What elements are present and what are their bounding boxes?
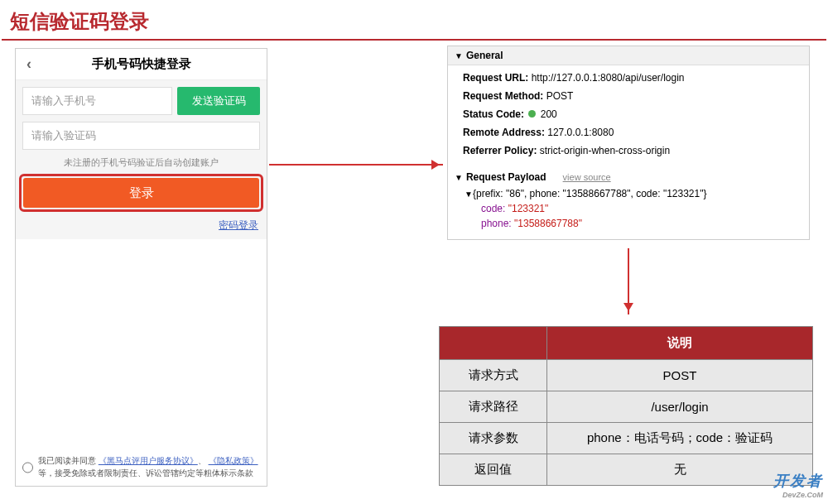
chevron-down-icon[interactable]: ▼	[465, 190, 473, 199]
arrow-to-table	[628, 248, 629, 314]
general-body: Request URL: http://127.0.0.1:8080/api/u…	[448, 65, 809, 166]
login-button[interactable]: 登录	[23, 178, 259, 208]
general-section-header[interactable]: General	[448, 46, 809, 65]
back-icon[interactable]: ‹	[16, 55, 42, 73]
payload-phone-row: phone: "13588667788"	[465, 216, 809, 231]
table-row: 返回值无	[440, 454, 813, 486]
title-underline	[2, 39, 826, 41]
arrow-to-devtools	[269, 164, 443, 166]
table-header-row: 说明	[440, 327, 813, 360]
code-input[interactable]: 请输入验证码	[22, 122, 260, 150]
table-row: 请求参数phone：电话号码；code：验证码	[440, 423, 813, 454]
remote-address-value: 127.0.0.1:8080	[547, 127, 614, 138]
page-title: 短信验证码登录	[0, 0, 828, 39]
agreement-sep: 、	[198, 456, 206, 465]
table-row: 请求路径/user/login	[440, 391, 813, 423]
code-value: "123321"	[508, 203, 549, 214]
service-agreement-link[interactable]: 《黑马点评用户服务协议》	[99, 456, 198, 465]
agreement-text: 我已阅读并同意 《黑马点评用户服务协议》、 《隐私政策》 等，接受免除或者限制责…	[38, 454, 260, 479]
remote-address-row: Remote Address: 127.0.0.1:8080	[463, 123, 809, 142]
status-dot-icon	[528, 110, 536, 118]
phone-key: phone:	[481, 218, 512, 229]
payload-summary: {prefix: "86", phone: "13588667788", cod…	[473, 188, 706, 199]
payload-body: ▼{prefix: "86", phone: "13588667788", co…	[448, 185, 809, 239]
agreement-row: 我已阅读并同意 《黑马点评用户服务协议》、 《隐私政策》 等，接受免除或者限制责…	[22, 454, 260, 479]
mobile-login-panel: ‹ 手机号码快捷登录 请输入手机号 发送验证码 请输入验证码 未注册的手机号码验…	[15, 48, 267, 487]
row-label: 请求路径	[440, 391, 547, 423]
register-hint: 未注册的手机号码验证后自动创建账户	[22, 156, 260, 169]
row-value: phone：电话号码；code：验证码	[547, 423, 813, 454]
request-method-row: Request Method: POST	[463, 87, 809, 105]
row-label: 请求参数	[440, 423, 547, 454]
view-source-link[interactable]: view source	[563, 172, 611, 182]
agreement-radio[interactable]	[22, 456, 33, 479]
request-method-value: POST	[546, 90, 574, 102]
send-code-button[interactable]: 发送验证码	[177, 87, 260, 115]
request-url-row: Request URL: http://127.0.0.1:8080/api/u…	[463, 69, 809, 87]
privacy-policy-link[interactable]: 《隐私政策》	[209, 456, 258, 465]
watermark-text: 开发者	[773, 473, 823, 489]
mobile-header: ‹ 手机号码快捷登录	[16, 49, 267, 80]
status-code-value: 200	[541, 108, 557, 120]
referrer-policy-row: Referrer Policy: strict-origin-when-cros…	[463, 142, 809, 160]
agreement-prefix: 我已阅读并同意	[38, 456, 96, 465]
header-desc: 说明	[547, 327, 813, 360]
login-button-highlight: 登录	[19, 174, 263, 212]
mobile-title: 手机号码快捷登录	[42, 56, 267, 72]
code-key: code:	[481, 203, 505, 214]
password-login-row: 密码登录	[22, 212, 260, 233]
row-value: POST	[547, 360, 813, 391]
agreement-suffix: 等，接受免除或者限制责任、诉讼管辖约定等粗体标示条款	[38, 468, 253, 478]
phone-input[interactable]: 请输入手机号	[22, 87, 172, 115]
payload-label: Request Payload	[466, 171, 546, 183]
status-code-row: Status Code: 200	[463, 105, 809, 123]
referrer-policy-label: Referrer Policy:	[463, 145, 537, 156]
row-label: 返回值	[440, 454, 547, 486]
status-code-label: Status Code:	[463, 108, 524, 120]
header-blank	[440, 327, 547, 360]
code-row: 请输入验证码	[22, 122, 260, 150]
referrer-policy-value: strict-origin-when-cross-origin	[540, 145, 670, 156]
watermark-sub: DevZe.CoM	[773, 491, 823, 499]
payload-code-row: code: "123321"	[465, 201, 809, 216]
row-label: 请求方式	[440, 360, 547, 391]
remote-address-label: Remote Address:	[463, 127, 545, 138]
mobile-body: 请输入手机号 发送验证码 请输入验证码 未注册的手机号码验证后自动创建账户 登录…	[16, 80, 267, 239]
payload-section-header[interactable]: ▼ Request Payload view source	[448, 166, 809, 185]
devtools-panel: General Request URL: http://127.0.0.1:80…	[447, 46, 810, 240]
table-row: 请求方式POST	[440, 360, 813, 391]
request-url-value: http://127.0.0.1:8080/api/user/login	[532, 72, 685, 84]
row-value: /user/login	[547, 391, 813, 423]
api-info-table: 说明 请求方式POST 请求路径/user/login 请求参数phone：电话…	[439, 326, 813, 486]
payload-summary-row: ▼{prefix: "86", phone: "13588667788", co…	[465, 186, 809, 201]
watermark: 开发者 DevZe.CoM	[773, 471, 823, 499]
chevron-down-icon: ▼	[455, 173, 463, 182]
phone-row: 请输入手机号 发送验证码	[22, 87, 260, 115]
password-login-link[interactable]: 密码登录	[219, 219, 258, 231]
phone-value: "13588667788"	[514, 218, 582, 229]
request-url-label: Request URL:	[463, 72, 528, 84]
request-method-label: Request Method:	[463, 90, 543, 102]
